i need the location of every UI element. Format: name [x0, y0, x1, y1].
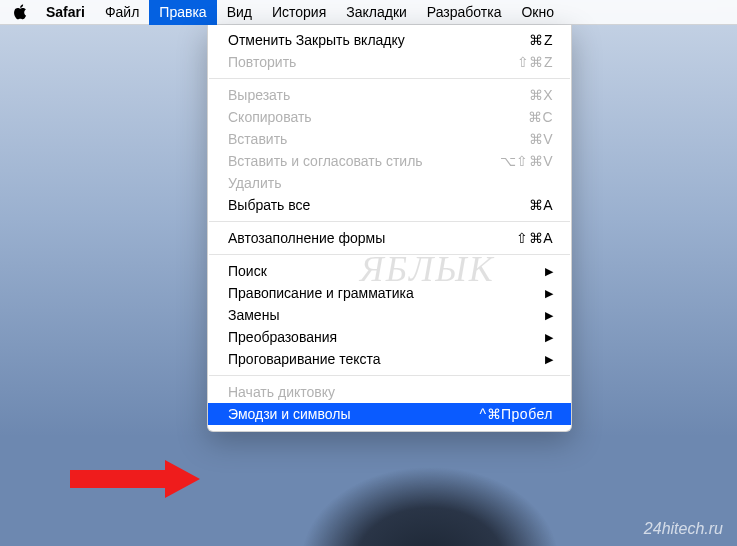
menu-item-shortcut: ⇧⌘A: [516, 230, 553, 246]
menu-item-label: Эмодзи и символы: [228, 406, 350, 422]
menu-item-label: Вставить и согласовать стиль: [228, 153, 423, 169]
submenu-arrow-icon: ▶: [545, 331, 554, 344]
menu-item[interactable]: Правописание и грамматика▶: [208, 282, 571, 304]
menu-item-shortcut: ⌘Z: [529, 32, 553, 48]
menu-item[interactable]: Эмодзи и символы^⌘Пробел: [208, 403, 571, 425]
submenu-arrow-icon: ▶: [545, 353, 554, 366]
menu-item-shortcut: ⌘V: [529, 131, 553, 147]
site-watermark: 24hitech.ru: [644, 520, 723, 538]
menu-item-label: Удалить: [228, 175, 281, 191]
menu-item: Вставить⌘V: [208, 128, 571, 150]
menu-item[interactable]: Поиск▶: [208, 260, 571, 282]
menu-develop[interactable]: Разработка: [417, 0, 512, 25]
app-name[interactable]: Safari: [36, 0, 95, 25]
menu-item: Удалить: [208, 172, 571, 194]
menu-item-label: Правописание и грамматика: [228, 285, 414, 301]
menu-item: Повторить⇧⌘Z: [208, 51, 571, 73]
menu-item-label: Скопировать: [228, 109, 312, 125]
menu-item-label: Автозаполнение формы: [228, 230, 385, 246]
menu-item-label: Проговаривание текста: [228, 351, 381, 367]
menu-separator: [209, 375, 570, 376]
menu-item-label: Замены: [228, 307, 279, 323]
menu-item[interactable]: Выбрать все⌘A: [208, 194, 571, 216]
submenu-arrow-icon: ▶: [545, 287, 554, 300]
menu-separator: [209, 254, 570, 255]
menu-item-shortcut: ^⌘Пробел: [479, 406, 553, 422]
submenu-arrow-icon: ▶: [545, 265, 554, 278]
menubar: Safari Файл Правка Вид История Закладки …: [0, 0, 737, 25]
apple-logo-icon: [13, 4, 27, 20]
annotation-red-arrow: [70, 460, 200, 498]
wallpaper-shape: [300, 466, 560, 546]
menu-history[interactable]: История: [262, 0, 336, 25]
menu-file[interactable]: Файл: [95, 0, 149, 25]
menu-item: Скопировать⌘C: [208, 106, 571, 128]
menu-item-label: Поиск: [228, 263, 267, 279]
menu-window[interactable]: Окно: [511, 0, 564, 25]
svg-marker-0: [70, 460, 200, 498]
menu-item-label: Повторить: [228, 54, 296, 70]
menu-item-shortcut: ⇧⌘Z: [517, 54, 553, 70]
menu-item: Начать диктовку: [208, 381, 571, 403]
submenu-arrow-icon: ▶: [545, 309, 554, 322]
menu-item-label: Преобразования: [228, 329, 337, 345]
menu-item-label: Отменить Закрыть вкладку: [228, 32, 405, 48]
menu-separator: [209, 221, 570, 222]
edit-dropdown-menu: Отменить Закрыть вкладку⌘ZПовторить⇧⌘ZВы…: [207, 25, 572, 432]
menu-item[interactable]: Проговаривание текста▶: [208, 348, 571, 370]
menu-separator: [209, 78, 570, 79]
menu-item-label: Выбрать все: [228, 197, 310, 213]
menu-item[interactable]: Автозаполнение формы⇧⌘A: [208, 227, 571, 249]
menu-item-shortcut: ⌘C: [528, 109, 553, 125]
menu-item-label: Начать диктовку: [228, 384, 335, 400]
menu-item[interactable]: Преобразования▶: [208, 326, 571, 348]
menu-item[interactable]: Замены▶: [208, 304, 571, 326]
menu-item-shortcut: ⌘A: [529, 197, 553, 213]
menu-item-shortcut: ⌘X: [529, 87, 553, 103]
menu-view[interactable]: Вид: [217, 0, 262, 25]
apple-menu[interactable]: [10, 2, 30, 22]
menu-item[interactable]: Отменить Закрыть вкладку⌘Z: [208, 29, 571, 51]
menu-item: Вставить и согласовать стиль⌥⇧⌘V: [208, 150, 571, 172]
menu-item-label: Вырезать: [228, 87, 290, 103]
menu-bookmarks[interactable]: Закладки: [336, 0, 417, 25]
menu-item-shortcut: ⌥⇧⌘V: [500, 153, 553, 169]
menu-edit[interactable]: Правка: [149, 0, 216, 25]
menu-item: Вырезать⌘X: [208, 84, 571, 106]
menu-item-label: Вставить: [228, 131, 287, 147]
